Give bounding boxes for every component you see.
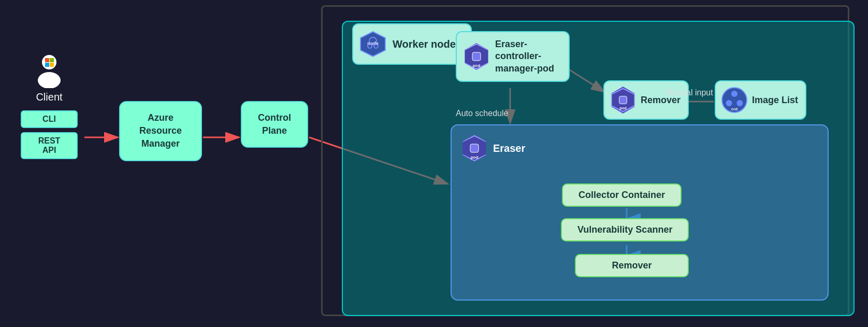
azure-resource-manager-box: Azure Resource Manager xyxy=(119,101,202,161)
manual-input-label: Manual input xyxy=(666,88,713,97)
client-label: Client xyxy=(36,91,62,103)
client-section: Client CLI REST API xyxy=(16,52,83,161)
diagram-canvas: Client CLI REST API Azure Resource Manag… xyxy=(0,0,868,327)
svg-point-30 xyxy=(736,100,743,106)
eraser-ctrl-label: Eraser-controller-manager-pod xyxy=(495,38,560,75)
eraser-pod-label: Eraser xyxy=(493,143,525,154)
auto-schedule-label: Auto schedule xyxy=(456,109,508,118)
worker-nodes-box: node Worker nodes xyxy=(352,23,472,65)
eraser-ctrl-pod-icon: pod xyxy=(463,43,490,70)
worker-nodes-label: Worker nodes xyxy=(393,38,461,50)
svg-text:pod: pod xyxy=(473,63,481,68)
cli-box: CLI xyxy=(21,110,78,128)
eraser-controller-box: pod Eraser-controller-manager-pod xyxy=(456,31,570,82)
eraser-pod-box: pod Eraser xyxy=(461,135,525,162)
svg-rect-26 xyxy=(619,96,627,104)
remover-pod-box: pod Remover xyxy=(603,80,689,120)
svg-point-12 xyxy=(38,72,61,88)
svg-text:node: node xyxy=(367,41,379,46)
vulnerability-scanner-box: Vulnerability Scanner xyxy=(561,218,689,241)
svg-rect-23 xyxy=(472,52,481,61)
crd-icon: crd xyxy=(721,87,748,113)
svg-point-31 xyxy=(726,100,732,106)
svg-text:pod: pod xyxy=(471,155,479,160)
eraser-pod-icon: pod xyxy=(461,135,488,162)
svg-rect-13 xyxy=(45,58,49,62)
svg-rect-34 xyxy=(470,144,479,152)
svg-text:crd: crd xyxy=(731,107,738,111)
svg-point-29 xyxy=(731,91,737,97)
collector-container-box: Collector Container xyxy=(562,183,682,207)
image-list-box: crd Image List xyxy=(715,80,806,120)
remover-container-box: Remover xyxy=(575,254,689,277)
client-icon xyxy=(31,52,67,88)
svg-rect-14 xyxy=(50,58,54,62)
rest-api-box: REST API xyxy=(21,132,78,159)
svg-rect-16 xyxy=(50,63,54,67)
node-icon: node xyxy=(359,31,386,58)
image-list-label: Image List xyxy=(752,95,798,106)
remover-pod-icon: pod xyxy=(610,87,636,113)
svg-rect-15 xyxy=(45,63,49,67)
svg-text:pod: pod xyxy=(619,106,627,110)
control-plane-box: Control Plane xyxy=(241,101,308,148)
